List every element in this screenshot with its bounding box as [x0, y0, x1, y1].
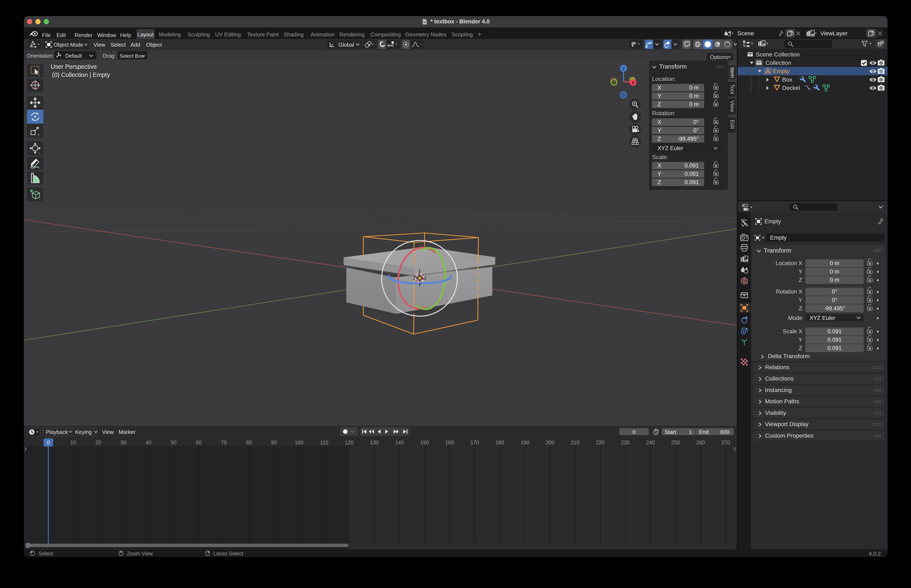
svg-text:250: 250 — [671, 439, 680, 446]
svg-text:270: 270 — [721, 439, 730, 446]
svg-text:190: 190 — [520, 439, 529, 446]
svg-text:140: 140 — [395, 439, 404, 446]
svg-text:100: 100 — [295, 439, 304, 446]
svg-text:Z: Z — [622, 66, 625, 71]
svg-text:X: X — [632, 80, 635, 85]
svg-text:50: 50 — [171, 439, 176, 446]
svg-text:130: 130 — [370, 439, 379, 446]
svg-text:10: 10 — [70, 439, 76, 446]
svg-text:120: 120 — [345, 439, 354, 446]
svg-text:200: 200 — [546, 439, 554, 446]
svg-text:90: 90 — [271, 439, 277, 446]
svg-text:150: 150 — [420, 439, 429, 446]
svg-text:40: 40 — [145, 439, 152, 446]
svg-text:0: 0 — [47, 439, 50, 446]
svg-text:210: 210 — [571, 439, 580, 446]
svg-text:260: 260 — [696, 439, 705, 446]
svg-text:110: 110 — [320, 439, 328, 446]
svg-text:80: 80 — [246, 439, 252, 446]
svg-text:180: 180 — [496, 439, 504, 446]
svg-text:160: 160 — [445, 439, 454, 446]
svg-text:240: 240 — [646, 439, 655, 446]
svg-text:60: 60 — [196, 439, 202, 446]
svg-text:30: 30 — [121, 439, 126, 446]
svg-text:220: 220 — [596, 439, 605, 446]
svg-text:20: 20 — [95, 439, 101, 446]
svg-text:230: 230 — [621, 439, 630, 446]
svg-text:170: 170 — [470, 439, 479, 446]
svg-text:70: 70 — [221, 439, 227, 446]
